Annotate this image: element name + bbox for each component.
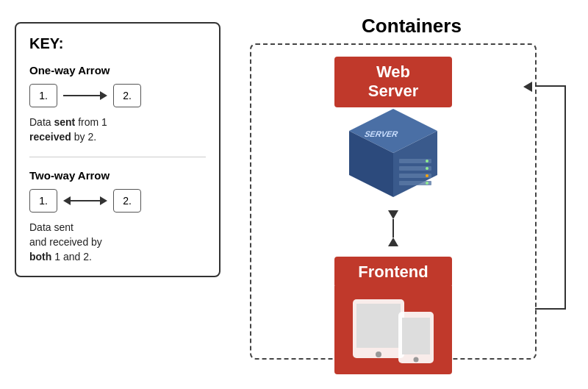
one-way-bold: One-way [29,64,76,76]
svg-point-14 [376,351,381,357]
node-1: 1. [29,84,57,107]
two-way-diagram: 1. 2. [29,189,206,213]
external-connection-line [535,85,566,310]
node-2-two: 2. [113,189,141,213]
vertical-line [392,219,394,238]
frontend-section: Frontend [263,257,523,374]
containers-title: Containers [235,15,573,38]
arrow-shaft [71,200,100,201]
one-way-arrow-icon [63,91,107,100]
web-server-section: Web Server [263,57,523,207]
arrowhead-left [63,196,71,205]
server-icon: SERVER [334,101,452,207]
svg-rect-13 [356,304,401,348]
key-title: KEY: [29,35,206,52]
main-layout: KEY: One-way Arrow 1. 2. Data sent from … [0,0,588,389]
dashed-container: Web Server [250,43,537,360]
one-way-rest: Arrow [76,64,110,76]
frontend-icon [334,286,452,374]
arrow-down-icon [388,210,398,219]
one-way-diagram: 1. 2. [29,84,206,107]
one-way-description: Data sent from 1received by 2. [29,115,206,145]
svg-rect-16 [402,318,430,354]
web-server-line1: Web [376,63,410,81]
frontend-label: Frontend [334,257,452,288]
svg-point-7 [426,160,429,163]
svg-text:SERVER: SERVER [363,129,399,138]
svg-point-17 [414,357,419,362]
arrow-up-icon [388,238,398,246]
web-server-line2: Server [368,82,419,100]
one-way-label: One-way Arrow [29,64,206,76]
web-server-label: Web Server [334,57,452,107]
svg-point-8 [426,167,429,170]
two-way-description: Data sentand received byboth 1 and 2. [29,220,206,265]
right-arrow-top [523,82,532,92]
devices-svg [345,293,441,367]
two-way-rest: Arrow [75,169,110,182]
two-way-label: Two-way Arrow [29,169,206,182]
two-way-section: Two-way Arrow 1. 2. Data sentand receive… [29,169,206,265]
server-svg: SERVER [334,101,452,204]
two-way-bold: Two-way [29,169,75,182]
node-1-two: 1. [29,189,57,213]
node-2: 2. [113,84,141,107]
right-side: Containers Web Server [235,15,573,374]
vertical-arrows [388,210,398,246]
one-way-section: One-way Arrow 1. 2. Data sent from 1rece… [29,64,206,145]
divider [29,157,206,157]
key-box: KEY: One-way Arrow 1. 2. Data sent from … [15,22,220,277]
svg-point-9 [426,174,429,177]
two-way-arrow-icon [63,196,107,205]
svg-point-10 [426,182,429,185]
arrowhead-right [100,196,107,205]
